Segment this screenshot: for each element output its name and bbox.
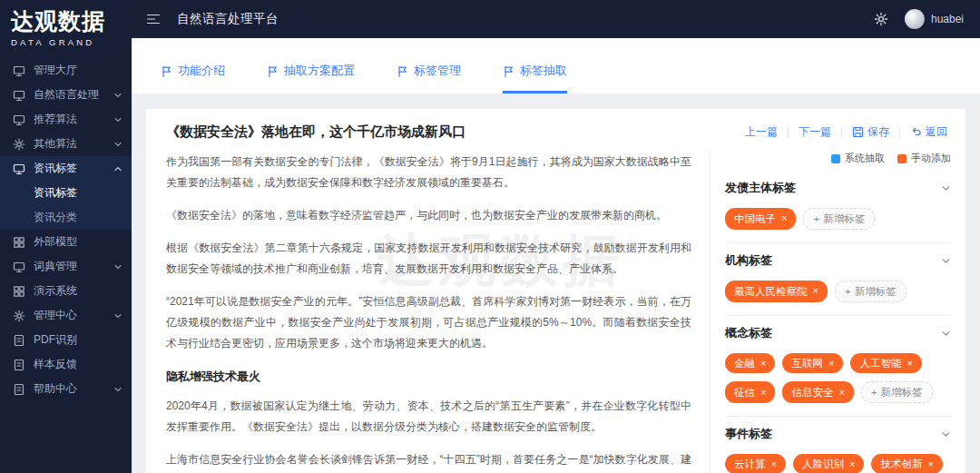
tag-label: 征信	[734, 385, 755, 399]
tag-panel: 系统抽取 手动添加 发债主体标签	[710, 150, 965, 473]
collapse-sidebar-icon[interactable]	[146, 12, 161, 26]
add-tag-label: 新增标签	[823, 212, 865, 226]
sidebar: 达观数据 DATA GRAND 管理大厅 自然语言处理 推荐算法 其他算法	[0, 0, 132, 473]
remove-tag-icon[interactable]: ×	[828, 357, 834, 370]
document-header: 《数据安全法》落地在即，这个千亿市场成新风口 上一篇 下一篇 保存	[146, 123, 965, 141]
remove-tag-icon[interactable]: ×	[927, 458, 933, 471]
chevron-down-icon	[113, 262, 122, 271]
tag-label: 云计算	[734, 457, 766, 471]
article-content: 达观数据 作为我国第一部有关数据安全的专门法律，《数据安全法》将于9月1日起施行…	[146, 150, 710, 473]
grid-icon	[13, 236, 25, 249]
monitor-icon	[13, 113, 25, 126]
document-body: 达观数据 作为我国第一部有关数据安全的专门法律，《数据安全法》将于9月1日起施行…	[146, 150, 965, 473]
chevron-down-icon	[113, 140, 122, 149]
page-title: 自然语言处理平台	[177, 11, 279, 27]
monitor-icon	[13, 64, 25, 77]
next-article-button[interactable]: 下一篇	[799, 124, 831, 140]
next-article-label: 下一篇	[799, 124, 831, 140]
legend-label: 系统抽取	[845, 152, 885, 165]
return-arrow-icon	[910, 126, 922, 138]
save-icon	[852, 126, 864, 138]
sidebar-item-help-center[interactable]: 帮助中心	[0, 377, 132, 401]
chevron-down-icon[interactable]	[941, 429, 951, 439]
remove-tag-icon[interactable]: ×	[849, 458, 855, 471]
tab-tag-extraction[interactable]: 标签抽取	[503, 38, 567, 94]
sidebar-item-other-algo[interactable]: 其他算法	[0, 132, 132, 156]
chevron-down-icon[interactable]	[941, 183, 951, 193]
add-tag-button[interactable]: +新增标签	[861, 381, 933, 403]
add-tag-label: 新增标签	[855, 284, 897, 299]
sidebar-subitem-news-classify[interactable]: 资讯分类	[0, 205, 132, 230]
add-tag-button[interactable]: +新增标签	[803, 208, 875, 230]
top-header-bar: 自然语言处理平台 huabei	[132, 0, 980, 38]
app-root: 达观数据 DATA GRAND 管理大厅 自然语言处理 推荐算法 其他算法	[0, 0, 980, 473]
sidebar-item-nlp[interactable]: 自然语言处理	[0, 83, 132, 107]
legend-label: 手动添加	[911, 152, 951, 165]
prev-article-button[interactable]: 上一篇	[745, 124, 778, 140]
section-concept-tags: 概念标签 金融× 互联网× 人工智能× 征信× 信息安全× +新增标签	[725, 316, 951, 417]
tab-extraction-config[interactable]: 抽取方案配置	[267, 38, 355, 94]
section-title: 机构标签	[725, 252, 772, 269]
sidebar-item-demo-system[interactable]: 演示系统	[0, 279, 132, 303]
remove-tag-icon[interactable]: ×	[838, 386, 844, 399]
sidebar-item-label: 帮助中心	[34, 381, 113, 397]
chevron-down-icon[interactable]	[941, 329, 951, 339]
chevron-down-icon	[113, 91, 122, 100]
tag-pill: 信息安全×	[782, 381, 853, 403]
chevron-down-icon	[113, 311, 122, 320]
user-menu[interactable]: huabei	[905, 9, 964, 29]
prev-article-label: 上一篇	[745, 124, 778, 140]
tag-label: 信息安全	[791, 385, 833, 399]
blue-swatch-icon	[831, 154, 840, 163]
sidebar-item-recommend-algo[interactable]: 推荐算法	[0, 107, 132, 132]
back-button[interactable]: 返回	[910, 124, 947, 140]
remove-tag-icon[interactable]: ×	[781, 212, 787, 225]
remove-tag-icon[interactable]: ×	[771, 458, 777, 471]
sidebar-subitem-label: 资讯分类	[34, 210, 77, 225]
flag-icon	[161, 65, 172, 77]
tag-pill: 征信×	[725, 381, 775, 403]
sidebar-item-external-models[interactable]: 外部模型	[0, 230, 132, 254]
save-button[interactable]: 保存	[852, 124, 889, 140]
settings-gear-icon[interactable]	[874, 12, 888, 26]
remove-tag-icon[interactable]: ×	[760, 386, 766, 399]
flag-icon	[503, 65, 514, 77]
remove-tag-icon[interactable]: ×	[906, 357, 912, 370]
document-actions: 上一篇 下一篇 保存 返回	[745, 124, 947, 140]
sidebar-item-management-hall[interactable]: 管理大厅	[0, 58, 132, 83]
tab-label: 标签管理	[414, 63, 461, 79]
sidebar-item-sample-feedback[interactable]: 样本反馈	[0, 352, 132, 377]
sidebar-item-admin-center[interactable]: 管理中心	[0, 303, 132, 328]
tag-label: 金融	[734, 356, 755, 370]
grid-icon	[13, 285, 25, 298]
sidebar-item-label: 词典管理	[34, 259, 113, 274]
username: huabei	[931, 13, 964, 25]
sidebar-item-pdf-ocr[interactable]: PDF识别	[0, 328, 132, 352]
tag-pill: 技术创新×	[871, 454, 942, 473]
tab-label: 功能介绍	[178, 63, 225, 79]
main-column: 自然语言处理平台 huabei 功能介绍 抽取方案配置 标签管理	[132, 0, 980, 473]
orange-swatch-icon	[897, 154, 906, 163]
remove-tag-icon[interactable]: ×	[760, 357, 766, 370]
divider	[788, 127, 789, 138]
tab-feature-intro[interactable]: 功能介绍	[161, 38, 225, 94]
remove-tag-icon[interactable]: ×	[813, 284, 818, 298]
document-icon	[13, 359, 25, 371]
document-title: 《数据安全法》落地在即，这个千亿市场成新风口	[166, 123, 466, 141]
article-paragraph: 根据《数据安全法》第二章第十六条规定，国家支持数据开发利用和数据安全技术研究，鼓…	[166, 238, 691, 280]
article-paragraph: 上海市信息安全行业协会名誉会长谈剑锋告诉第一财经，“十四五”时期，首要任务之一是…	[166, 449, 691, 473]
add-tag-button[interactable]: +新增标签	[835, 281, 906, 302]
back-label: 返回	[926, 124, 947, 140]
sidebar-group-news-tags: 资讯标签 资讯标签 资讯分类	[0, 156, 132, 230]
gear-icon	[13, 138, 25, 151]
sidebar-item-dictionary[interactable]: 词典管理	[0, 254, 132, 279]
chevron-up-icon	[113, 164, 122, 173]
sidebar-subitem-news-tags[interactable]: 资讯标签	[0, 181, 132, 205]
divider	[841, 127, 842, 138]
tab-tag-management[interactable]: 标签管理	[397, 38, 461, 94]
flag-icon	[397, 65, 408, 77]
sidebar-item-label: 样本反馈	[34, 357, 122, 372]
sidebar-item-news-tags[interactable]: 资讯标签	[0, 156, 132, 181]
monitor-icon	[13, 163, 25, 175]
chevron-down-icon[interactable]	[941, 256, 951, 266]
